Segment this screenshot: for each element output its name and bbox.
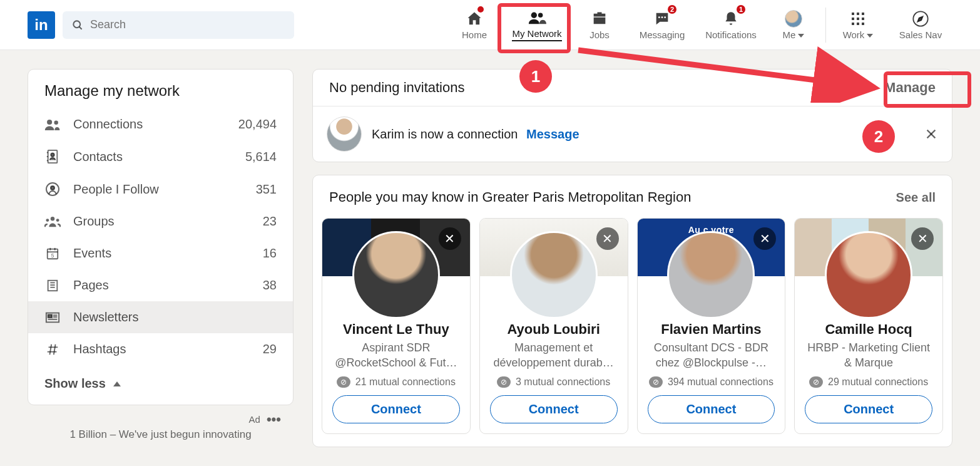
sidebar: Manage my network Connections 20,494 Con… xyxy=(28,69,293,447)
svg-point-25 xyxy=(51,186,54,190)
dismiss-card-button[interactable]: ✕ xyxy=(439,227,461,250)
nav-jobs[interactable]: Jobs xyxy=(571,0,628,49)
chevron-up-icon xyxy=(113,381,121,386)
sidebar-item-groups[interactable]: Groups 23 xyxy=(28,205,293,237)
ad-tagline[interactable]: 1 Billion – We've just begun innovating xyxy=(28,428,293,447)
person-desc: Aspirant SDR @RocketSchool & Fut… xyxy=(322,338,470,373)
caret-down-icon xyxy=(798,34,804,38)
svg-line-46 xyxy=(54,344,56,355)
svg-rect-39 xyxy=(48,314,52,318)
svg-point-28 xyxy=(56,219,59,222)
mutual-icon: ⊘ xyxy=(337,376,350,388)
sidebar-item-hashtags[interactable]: Hashtags 29 xyxy=(28,333,293,365)
more-icon[interactable]: ••• xyxy=(267,416,281,423)
badge-count: 2 xyxy=(666,4,678,15)
newsletter-icon xyxy=(44,311,61,324)
connect-button[interactable]: Connect xyxy=(648,395,775,423)
notification-dot xyxy=(476,5,485,14)
person-card: Au c votre ✕ Flavien Martins Consultant … xyxy=(637,218,786,434)
dismiss-card-button[interactable]: ✕ xyxy=(753,227,776,250)
connection-update-row: Karim is now a connection Message xyxy=(313,106,952,162)
dismiss-card-button[interactable]: ✕ xyxy=(596,227,619,250)
item-count: 5,614 xyxy=(245,150,277,164)
dismiss-button[interactable] xyxy=(924,127,938,141)
nav-label: Work xyxy=(843,29,874,40)
svg-point-20 xyxy=(51,153,54,157)
people-icon xyxy=(44,118,61,132)
global-header: in Home My Network Jobs 2 Messaging 1 xyxy=(0,0,980,50)
nav-work[interactable]: Work xyxy=(830,0,886,49)
nav-notifications[interactable]: 1 Notifications xyxy=(697,0,765,49)
avatar[interactable] xyxy=(510,231,598,319)
nav-label: Messaging xyxy=(640,29,685,40)
nav-me[interactable]: Me xyxy=(765,0,822,49)
nav-label: Home xyxy=(462,29,487,40)
close-icon: ✕ xyxy=(444,231,455,246)
svg-point-0 xyxy=(73,21,80,28)
sidebar-item-follow[interactable]: People I Follow 351 xyxy=(28,173,293,205)
search-input[interactable] xyxy=(90,18,285,31)
compass-icon xyxy=(912,9,929,28)
nav-messaging[interactable]: 2 Messaging xyxy=(628,0,697,49)
content-area: Manage my network Connections 20,494 Con… xyxy=(0,50,980,447)
mutual-icon: ⊘ xyxy=(809,376,823,388)
ad-block: Ad ••• 1 Billion – We've just begun inno… xyxy=(28,405,293,447)
nav-my-network[interactable]: My Network xyxy=(503,0,571,49)
svg-rect-15 xyxy=(862,23,864,25)
caret-down-icon xyxy=(867,34,873,38)
linkedin-logo[interactable]: in xyxy=(28,11,55,39)
search-box[interactable] xyxy=(63,11,294,39)
close-icon xyxy=(924,127,938,141)
item-label: Newsletters xyxy=(73,310,264,324)
person-speech-icon xyxy=(44,182,61,197)
building-icon xyxy=(44,279,61,293)
sidebar-item-pages[interactable]: Pages 38 xyxy=(28,269,293,301)
person-name[interactable]: Camille Hocq xyxy=(795,321,942,338)
manage-button[interactable]: Manage xyxy=(884,80,936,96)
sidebar-item-connections[interactable]: Connections 20,494 xyxy=(28,108,293,140)
person-card: ✕ Camille Hocq HRBP - Marketing Client &… xyxy=(794,218,943,434)
person-name[interactable]: Flavien Martins xyxy=(638,321,785,338)
sidebar-item-contacts[interactable]: Contacts 5,614 xyxy=(28,140,293,173)
invitations-card: No pending invitations Manage Karim is n… xyxy=(312,69,952,162)
sidebar-item-newsletters[interactable]: Newsletters xyxy=(28,301,293,333)
avatar[interactable] xyxy=(667,231,755,319)
svg-rect-8 xyxy=(857,13,859,15)
nav-sales-nav[interactable]: Sales Nav xyxy=(886,0,955,49)
pymk-heading: People you may know in Greater Paris Met… xyxy=(329,189,691,205)
item-label: Contacts xyxy=(73,150,233,164)
person-name[interactable]: Ayoub Loubiri xyxy=(480,321,628,338)
svg-point-3 xyxy=(538,13,543,18)
item-count: 351 xyxy=(256,182,277,197)
connect-button[interactable]: Connect xyxy=(490,395,618,423)
avatar-icon xyxy=(785,9,802,28)
svg-text:5: 5 xyxy=(51,252,54,258)
avatar[interactable] xyxy=(825,231,912,319)
nav-label: My Network xyxy=(512,28,561,41)
message-link[interactable]: Message xyxy=(526,127,579,141)
manage-network-card: Manage my network Connections 20,494 Con… xyxy=(28,69,293,405)
svg-rect-11 xyxy=(857,18,859,20)
group-icon xyxy=(44,215,61,229)
avatar[interactable] xyxy=(352,231,440,319)
mutual-text: 21 mutual connections xyxy=(355,376,456,388)
hashtag-icon xyxy=(44,343,61,356)
connection-text: Karim is now a connection xyxy=(372,127,518,141)
person-name[interactable]: Vincent Le Thuy xyxy=(322,321,470,338)
see-all-button[interactable]: See all xyxy=(896,190,936,205)
mutual-text: 29 mutual connections xyxy=(828,376,928,388)
close-icon: ✕ xyxy=(602,231,613,246)
item-label: Hashtags xyxy=(73,342,250,356)
svg-point-4 xyxy=(658,16,660,18)
show-less-button[interactable]: Show less xyxy=(28,365,293,405)
avatar[interactable] xyxy=(327,116,362,152)
dismiss-card-button[interactable]: ✕ xyxy=(911,227,934,250)
mutual-icon: ⊘ xyxy=(649,376,663,388)
svg-line-1 xyxy=(79,26,82,29)
sidebar-item-events[interactable]: 5 Events 16 xyxy=(28,237,293,269)
nav-home[interactable]: Home xyxy=(446,0,503,49)
connect-button[interactable]: Connect xyxy=(332,395,460,423)
mutual-text: 394 mutual connections xyxy=(668,376,773,388)
connect-button[interactable]: Connect xyxy=(805,395,932,423)
briefcase-icon xyxy=(591,9,608,28)
